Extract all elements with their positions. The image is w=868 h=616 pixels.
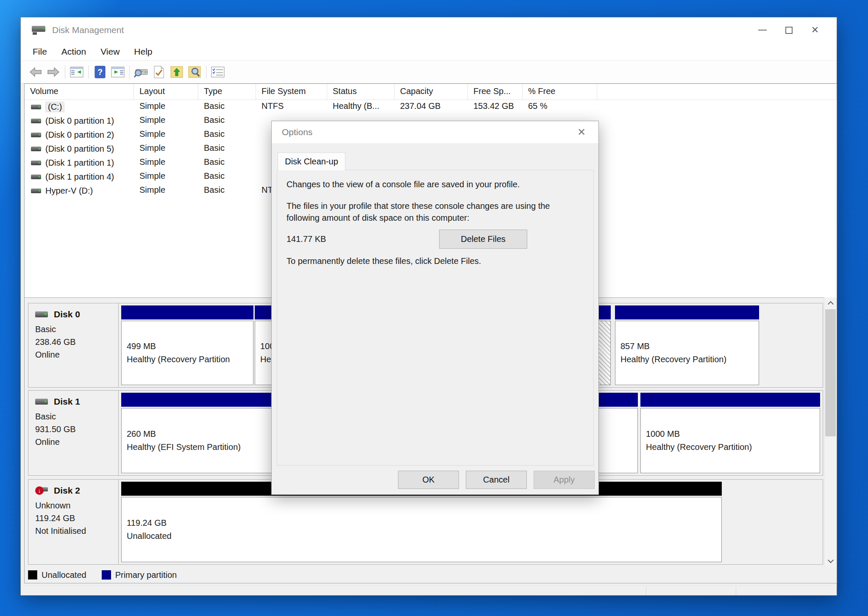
maximize-button[interactable] — [776, 17, 802, 43]
rescan-disks-icon — [134, 66, 148, 78]
help-icon: ? — [95, 66, 106, 78]
disk1-label[interactable]: Disk 1 Basic 931.50 GB Online — [28, 391, 119, 475]
column-header-volume[interactable]: Volume — [25, 84, 134, 100]
disk-size: 931.50 GB — [35, 423, 118, 436]
cell-capacity: 237.04 GB — [395, 100, 468, 114]
disk0-label[interactable]: Disk 0 Basic 238.46 GB Online — [28, 303, 119, 387]
toolbar-separator — [129, 65, 130, 79]
volume-row-c[interactable]: (C:) Simple Basic NTFS Healthy (B... 237… — [25, 100, 837, 114]
volume-icon — [31, 175, 41, 179]
partition-status: Unallocated — [127, 530, 721, 543]
cancel-button[interactable]: Cancel — [466, 471, 527, 489]
ok-button[interactable]: OK — [398, 471, 459, 489]
cell-layout: Simple — [134, 184, 198, 198]
column-header-capacity[interactable]: Capacity — [395, 84, 468, 100]
volume-name: (Disk 1 partition 4) — [45, 172, 114, 182]
export-list-button[interactable] — [150, 64, 168, 80]
disk-size: 238.46 GB — [35, 336, 118, 348]
menu-file[interactable]: File — [25, 47, 54, 57]
back-button[interactable] — [27, 64, 45, 80]
volume-name: Hyper-V (D:) — [45, 186, 93, 196]
disk-type: Basic — [35, 323, 118, 336]
disk-name: Disk 2 — [54, 486, 80, 496]
show-console-tree-button[interactable] — [68, 64, 86, 80]
primary-partition-swatch — [102, 570, 111, 580]
scroll-up-button[interactable] — [824, 297, 837, 308]
partition-status: Healthy (Recovery Partition) — [646, 441, 820, 454]
disk2-label[interactable]: ↓Disk 2 Unknown 119.24 GB Not Initialise… — [28, 480, 119, 564]
rescan-disks-button[interactable] — [132, 64, 150, 80]
minimize-button[interactable] — [749, 17, 776, 43]
disk-space-value: 141.77 KB — [287, 229, 326, 248]
partition-legend: Unallocated Primary partition — [25, 567, 837, 583]
close-icon: ✕ — [811, 25, 819, 36]
menu-view[interactable]: View — [93, 47, 127, 57]
menubar: File Action View Help — [21, 43, 837, 61]
scroll-down-button[interactable] — [824, 556, 837, 567]
toolbar-separator — [88, 65, 89, 79]
window-controls: ✕ — [749, 17, 828, 43]
disk-size: 119.24 GB — [35, 512, 118, 524]
help-button[interactable]: ? — [91, 64, 109, 80]
disk1-partition-260mb[interactable]: 260 MBHealthy (EFI System Partition) — [121, 393, 282, 473]
volume-table-header: Volume Layout Type File System Status Ca… — [25, 84, 837, 100]
chevron-down-icon — [827, 557, 833, 563]
status-separator — [646, 586, 646, 595]
cell-free-space: 153.42 GB — [468, 100, 523, 114]
tab-disk-clean-up[interactable]: Disk Clean-up — [278, 153, 345, 170]
partition-size: 1000 MB — [646, 427, 820, 441]
permanently-delete-text: To permanently delete these files, click… — [287, 255, 575, 267]
disk0-partition-857mb[interactable]: 857 MBHealthy (Recovery Partition) — [615, 305, 759, 385]
delete-files-button[interactable]: Delete Files — [439, 230, 527, 249]
column-header-pct-free[interactable]: % Free — [523, 84, 597, 100]
primary-partition-bar — [640, 393, 820, 407]
column-header-free-space[interactable]: Free Sp... — [468, 84, 523, 100]
vertical-scrollbar[interactable] — [824, 297, 837, 567]
status-bar — [24, 585, 837, 596]
disk-error-icon: ↓ — [35, 486, 48, 495]
folder-up-button[interactable] — [168, 64, 186, 80]
find-button[interactable] — [186, 64, 203, 80]
status-separator — [736, 586, 736, 595]
show-console-tree-icon — [70, 67, 83, 78]
options-dialog: Options ✕ Disk Clean-up Changes to the v… — [271, 121, 599, 495]
primary-partition-legend-label: Primary partition — [115, 570, 177, 580]
show-action-pane-button[interactable] — [109, 64, 127, 80]
cell-type: Basic — [198, 114, 256, 128]
volume-icon — [31, 161, 41, 165]
profile-save-text: Changes to the view of a console file ar… — [287, 178, 575, 190]
partition-status: Healthy (Recovery Partition — [127, 353, 253, 366]
cell-pct-free: 65 % — [523, 100, 597, 114]
primary-partition-bar — [121, 305, 253, 319]
column-header-file-system[interactable]: File System — [256, 84, 327, 100]
column-header-status[interactable]: Status — [327, 84, 395, 100]
partition-status: Healthy (Recovery Partition) — [620, 353, 759, 366]
minimize-icon — [758, 30, 767, 31]
properties-list-icon — [211, 67, 225, 78]
volume-name: (Disk 1 partition 1) — [45, 158, 114, 168]
menu-action[interactable]: Action — [54, 47, 93, 57]
menu-help[interactable]: Help — [127, 47, 159, 57]
disk0-partition-499mb[interactable]: 499 MBHealthy (Recovery Partition — [121, 305, 253, 385]
properties-button[interactable] — [209, 64, 227, 80]
cell-layout: Simple — [134, 170, 198, 184]
disk-type: Unknown — [35, 499, 118, 512]
forward-button[interactable] — [45, 64, 62, 80]
forward-arrow-icon — [47, 67, 60, 77]
disk-management-app-icon — [32, 25, 46, 36]
cell-layout: Simple — [134, 142, 198, 156]
dialog-title: Options — [282, 127, 312, 137]
column-header-layout[interactable]: Layout — [134, 84, 198, 100]
maximize-icon — [785, 27, 793, 34]
partition-size: 260 MB — [127, 427, 282, 441]
cell-layout: Simple — [134, 128, 198, 142]
disk1-partition-1000mb[interactable]: 1000 MBHealthy (Recovery Partition) — [640, 393, 820, 473]
volume-icon — [31, 119, 41, 123]
back-arrow-icon — [29, 67, 42, 77]
scrollbar-thumb[interactable] — [825, 309, 836, 436]
close-button[interactable]: ✕ — [802, 17, 828, 43]
column-header-type[interactable]: Type — [198, 84, 256, 100]
toolbar: ? — [21, 61, 837, 83]
volume-icon — [31, 147, 41, 151]
dialog-close-button[interactable]: ✕ — [570, 121, 593, 143]
